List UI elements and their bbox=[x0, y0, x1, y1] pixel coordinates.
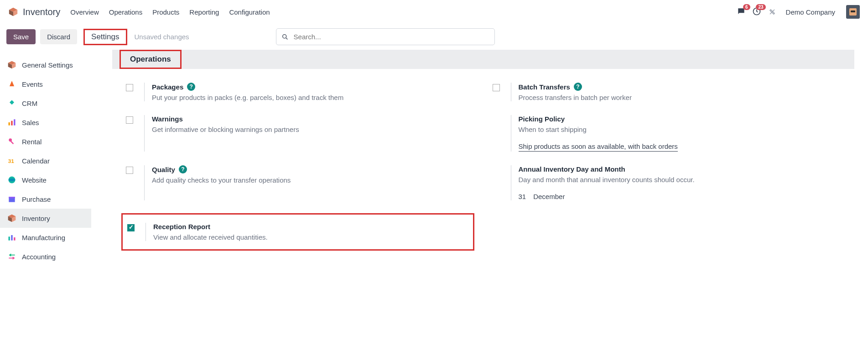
sidebar-item-general[interactable]: General Settings bbox=[0, 55, 91, 74]
nav-overview[interactable]: Overview bbox=[70, 8, 99, 16]
section-title: Operations bbox=[120, 50, 182, 69]
settings-grid: Packages ? Put your products in packs (e… bbox=[112, 78, 854, 251]
nav-reporting[interactable]: Reporting bbox=[189, 8, 219, 16]
setting-title: Annual Inventory Day and Month bbox=[519, 165, 625, 173]
setting-desc: When to start shipping bbox=[519, 126, 841, 133]
activities-button[interactable]: 23 bbox=[752, 7, 761, 17]
tools-icon[interactable] bbox=[768, 7, 777, 16]
setting-quality: Quality ? Add quality checks to your tra… bbox=[126, 161, 474, 210]
divider bbox=[144, 115, 145, 152]
setting-desc: Put your products in packs (e.g. parcels… bbox=[152, 94, 474, 101]
divider bbox=[511, 83, 511, 101]
sidebar-item-crm[interactable]: CRM bbox=[0, 94, 91, 113]
divider bbox=[144, 83, 145, 101]
divider bbox=[144, 165, 145, 200]
nav-products[interactable]: Products bbox=[152, 8, 179, 16]
help-icon[interactable]: ? bbox=[179, 165, 187, 173]
section-header: Operations bbox=[112, 50, 854, 69]
nav-operations[interactable]: Operations bbox=[109, 8, 142, 16]
svg-rect-13 bbox=[14, 119, 15, 125]
nav-configuration[interactable]: Configuration bbox=[229, 8, 270, 16]
breadcrumb-settings[interactable]: Settings bbox=[83, 29, 127, 45]
picking-policy-select[interactable]: Ship products as soon as available, with… bbox=[519, 142, 678, 152]
content: General Settings Events CRM Sales Rental… bbox=[0, 50, 868, 266]
sidebar-item-label: Events bbox=[22, 80, 43, 88]
annual-month-select[interactable]: December bbox=[533, 193, 565, 200]
sidebar-scrollbar[interactable] bbox=[91, 50, 99, 266]
svg-rect-26 bbox=[14, 237, 15, 241]
divider bbox=[511, 115, 511, 152]
key-icon bbox=[7, 137, 16, 146]
setting-reception-highlight: Reception Report View and allocate recei… bbox=[121, 213, 474, 251]
sidebar-item-calendar[interactable]: 31 Calendar bbox=[0, 151, 91, 170]
batch-checkbox[interactable] bbox=[493, 84, 500, 91]
sidebar-item-label: Website bbox=[22, 176, 47, 184]
setting-desc: Add quality checks to your transfer oper… bbox=[152, 176, 474, 184]
svg-rect-11 bbox=[9, 122, 10, 126]
cart-icon bbox=[7, 194, 16, 204]
app-logo-icon bbox=[8, 7, 18, 17]
search-input[interactable] bbox=[276, 28, 495, 45]
setting-warnings: Warnings Get informative or blocking war… bbox=[126, 110, 474, 161]
warnings-checkbox[interactable] bbox=[126, 116, 133, 124]
setting-annual: Annual Inventory Day and Month Day and m… bbox=[493, 161, 841, 210]
setting-desc: View and allocate received quantities. bbox=[153, 233, 468, 241]
setting-batch: Batch Transfers ? Process transfers in b… bbox=[493, 78, 841, 110]
sidebar-item-label: Manufacturing bbox=[22, 234, 65, 241]
setting-reception: Reception Report View and allocate recei… bbox=[127, 223, 468, 241]
divider bbox=[511, 165, 511, 200]
setting-picking: Picking Policy When to start shipping Sh… bbox=[493, 110, 841, 161]
svg-rect-25 bbox=[11, 235, 12, 241]
discard-button[interactable]: Discard bbox=[40, 29, 77, 44]
company-name[interactable]: Demo Company bbox=[786, 8, 835, 16]
help-icon[interactable]: ? bbox=[187, 83, 195, 91]
sidebar-item-inventory[interactable]: Inventory bbox=[0, 209, 91, 228]
microphone-icon bbox=[7, 79, 16, 89]
sidebar-item-events[interactable]: Events bbox=[0, 74, 91, 94]
handshake-icon bbox=[7, 99, 16, 108]
gear-icon bbox=[7, 60, 16, 69]
annual-day-input[interactable]: 31 bbox=[519, 193, 526, 200]
sidebar-item-label: Rental bbox=[22, 138, 42, 146]
unsaved-indicator: Unsaved changes bbox=[135, 33, 189, 41]
setting-desc: Day and month that annual inventory coun… bbox=[519, 176, 841, 184]
settings-sidebar: General Settings Events CRM Sales Rental… bbox=[0, 50, 91, 266]
search-wrap bbox=[276, 28, 495, 45]
activities-badge: 23 bbox=[756, 4, 765, 10]
sidebar-item-purchase[interactable]: Purchase bbox=[0, 189, 91, 209]
box-icon bbox=[7, 214, 16, 223]
setting-desc: Get informative or blocking warnings on … bbox=[152, 126, 474, 133]
sidebar-item-website[interactable]: Website bbox=[0, 170, 91, 189]
globe-icon bbox=[7, 175, 16, 184]
wrench-icon bbox=[7, 233, 16, 242]
setting-title: Picking Policy bbox=[519, 115, 565, 123]
svg-point-6 bbox=[282, 34, 286, 38]
packages-checkbox[interactable] bbox=[126, 84, 133, 91]
user-avatar[interactable] bbox=[846, 5, 860, 19]
sidebar-item-label: Accounting bbox=[22, 253, 56, 261]
app-title[interactable]: Inventory bbox=[23, 7, 60, 17]
svg-line-7 bbox=[286, 38, 287, 39]
sidebar-item-label: Purchase bbox=[22, 195, 51, 203]
svg-rect-5 bbox=[851, 10, 855, 12]
save-button[interactable]: Save bbox=[6, 29, 36, 44]
topbar: Inventory Overview Operations Products R… bbox=[0, 0, 868, 24]
sidebar-item-manufacturing[interactable]: Manufacturing bbox=[0, 228, 91, 247]
setting-title: Batch Transfers bbox=[519, 83, 570, 91]
bar-chart-icon bbox=[7, 118, 16, 127]
divider bbox=[146, 223, 146, 241]
help-icon[interactable]: ? bbox=[574, 83, 582, 91]
svg-point-18 bbox=[9, 178, 16, 182]
sidebar-item-sales[interactable]: Sales bbox=[0, 113, 91, 132]
svg-text:31: 31 bbox=[8, 158, 14, 164]
search-icon bbox=[281, 33, 289, 41]
action-bar: Save Discard Settings Unsaved changes bbox=[0, 24, 868, 50]
svg-rect-20 bbox=[9, 197, 15, 198]
sidebar-item-accounting[interactable]: Accounting bbox=[0, 247, 91, 266]
messages-button[interactable]: 6 bbox=[737, 7, 746, 17]
quality-checkbox[interactable] bbox=[126, 167, 133, 174]
reception-checkbox[interactable] bbox=[127, 224, 135, 231]
svg-rect-15 bbox=[10, 141, 14, 144]
sidebar-item-rental[interactable]: Rental bbox=[0, 132, 91, 151]
sidebar-item-label: CRM bbox=[22, 100, 37, 107]
